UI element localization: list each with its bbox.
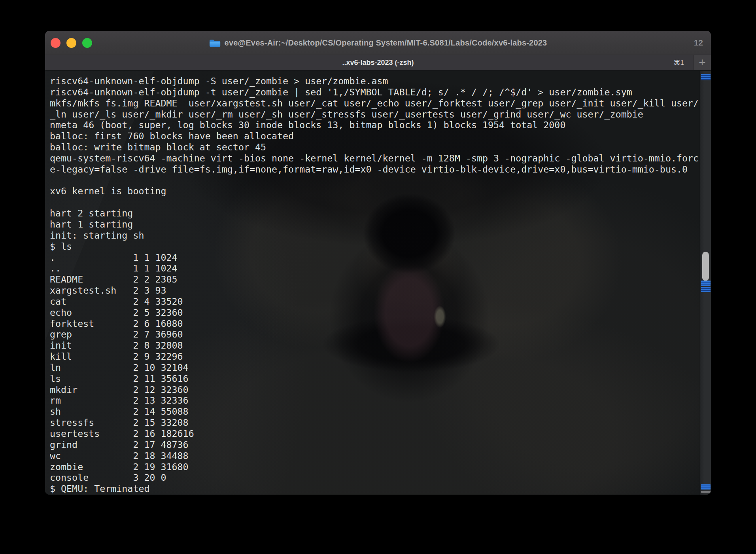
new-tab-button[interactable]: + [693,55,711,70]
scrollbar-thumb[interactable] [702,252,709,281]
tab-bar: ..xv6-labs-2023 (-zsh) ⌘1 + [45,55,711,70]
zoom-button[interactable] [82,38,92,48]
window-number-badge: 12 [694,38,703,47]
close-button[interactable] [51,38,60,48]
minimize-button[interactable] [66,38,76,48]
title-group: eve@Eves-Air:~/Desktop/CS/Operating Syst… [209,38,547,47]
scroll-mark [701,281,711,286]
folder-icon[interactable] [209,38,221,47]
terminal-output[interactable]: riscv64-unknown-elf-objdump -S user/_zom… [50,76,699,494]
scroll-mark [701,74,711,80]
terminal-window: eve@Eves-Air:~/Desktop/CS/Operating Syst… [45,31,711,495]
window-title: eve@Eves-Air:~/Desktop/CS/Operating Syst… [225,38,547,47]
plus-icon: + [699,57,706,68]
scroll-mark [701,287,711,292]
scrollbar-track[interactable] [700,71,711,495]
terminal-pane[interactable]: riscv64-unknown-elf-objdump -S user/_zom… [45,71,711,495]
tab-shortcut-label: ⌘1 [674,59,684,67]
desktop: eve@Eves-Air:~/Desktop/CS/Operating Syst… [0,0,756,554]
scroll-mark-gray [701,491,711,493]
window-titlebar[interactable]: eve@Eves-Air:~/Desktop/CS/Operating Syst… [45,31,711,55]
traffic-lights [51,38,92,48]
scroll-mark [701,484,711,489]
tab-session[interactable]: ..xv6-labs-2023 (-zsh) [342,59,414,67]
